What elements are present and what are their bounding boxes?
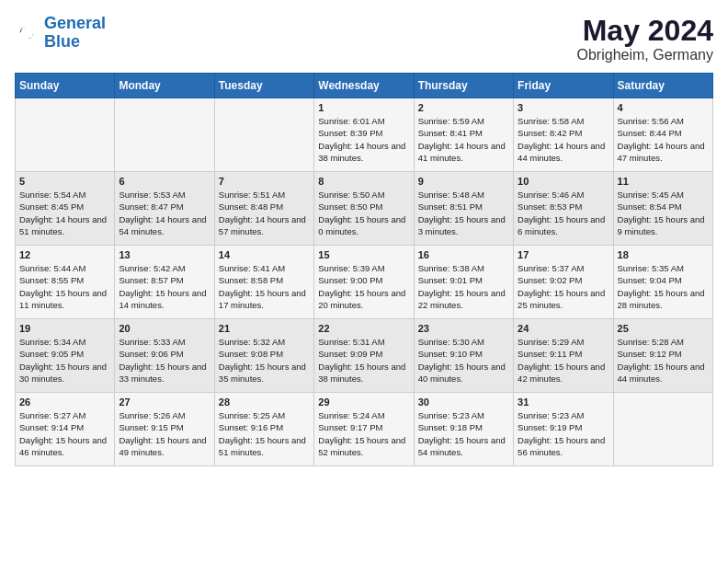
- day-info: Sunrise: 6:01 AMSunset: 8:39 PMDaylight:…: [318, 115, 409, 164]
- day-number: 10: [518, 176, 609, 187]
- day-number: 30: [418, 396, 509, 408]
- day-number: 9: [418, 176, 509, 187]
- day-number: 27: [119, 396, 210, 408]
- day-number: 26: [19, 396, 110, 408]
- calendar-week-row: 1Sunrise: 6:01 AMSunset: 8:39 PMDaylight…: [16, 98, 713, 172]
- header-friday: Friday: [514, 74, 613, 98]
- calendar-cell: 29Sunrise: 5:24 AMSunset: 9:17 PMDayligh…: [314, 393, 414, 466]
- calendar-week-row: 19Sunrise: 5:34 AMSunset: 9:05 PMDayligh…: [16, 319, 713, 393]
- calendar-cell: 4Sunrise: 5:56 AMSunset: 8:44 PMDaylight…: [613, 98, 712, 172]
- calendar-cell: 20Sunrise: 5:33 AMSunset: 9:06 PMDayligh…: [115, 319, 214, 393]
- day-info: Sunrise: 5:32 AMSunset: 9:08 PMDaylight:…: [219, 336, 310, 385]
- day-number: 25: [618, 323, 709, 334]
- calendar-cell: 7Sunrise: 5:51 AMSunset: 8:48 PMDaylight…: [214, 172, 313, 246]
- day-info: Sunrise: 5:33 AMSunset: 9:06 PMDaylight:…: [119, 336, 210, 385]
- month-year-title: May 2024: [577, 15, 714, 47]
- day-info: Sunrise: 5:58 AMSunset: 8:42 PMDaylight:…: [518, 115, 609, 164]
- calendar-cell: 16Sunrise: 5:38 AMSunset: 9:01 PMDayligh…: [414, 246, 513, 319]
- day-number: 5: [19, 176, 110, 187]
- header-monday: Monday: [115, 74, 214, 98]
- day-info: Sunrise: 5:56 AMSunset: 8:44 PMDaylight:…: [618, 115, 709, 164]
- header-saturday: Saturday: [613, 74, 712, 98]
- day-info: Sunrise: 5:24 AMSunset: 9:17 PMDaylight:…: [318, 409, 409, 458]
- header-wednesday: Wednesday: [314, 74, 414, 98]
- day-number: 29: [318, 396, 409, 408]
- calendar-cell: 2Sunrise: 5:59 AMSunset: 8:41 PMDaylight…: [414, 98, 513, 172]
- day-number: 7: [219, 176, 310, 187]
- calendar-cell: 10Sunrise: 5:46 AMSunset: 8:53 PMDayligh…: [514, 172, 613, 246]
- day-number: 31: [518, 396, 609, 408]
- day-number: 13: [119, 249, 210, 260]
- day-number: 12: [19, 249, 110, 260]
- calendar-cell: [115, 98, 214, 172]
- header-thursday: Thursday: [414, 74, 513, 98]
- calendar-cell: 14Sunrise: 5:41 AMSunset: 8:58 PMDayligh…: [214, 246, 313, 319]
- day-info: Sunrise: 5:31 AMSunset: 9:09 PMDaylight:…: [318, 336, 409, 385]
- calendar-cell: 18Sunrise: 5:35 AMSunset: 9:04 PMDayligh…: [613, 246, 712, 319]
- day-info: Sunrise: 5:59 AMSunset: 8:41 PMDaylight:…: [418, 115, 509, 164]
- day-number: 19: [19, 323, 110, 334]
- calendar-cell: 27Sunrise: 5:26 AMSunset: 9:15 PMDayligh…: [115, 393, 214, 466]
- title-block: May 2024 Obrigheim, Germany: [577, 15, 714, 63]
- day-info: Sunrise: 5:42 AMSunset: 8:57 PMDaylight:…: [119, 262, 210, 311]
- calendar-cell: [613, 393, 712, 466]
- calendar-cell: 24Sunrise: 5:29 AMSunset: 9:11 PMDayligh…: [514, 319, 613, 393]
- day-info: Sunrise: 5:54 AMSunset: 8:45 PMDaylight:…: [19, 189, 110, 237]
- logo-icon: [15, 20, 40, 46]
- calendar-cell: [16, 98, 115, 172]
- day-info: Sunrise: 5:25 AMSunset: 9:16 PMDaylight:…: [219, 409, 310, 458]
- day-number: 24: [518, 323, 609, 334]
- day-number: 15: [318, 249, 409, 260]
- calendar-week-row: 5Sunrise: 5:54 AMSunset: 8:45 PMDaylight…: [16, 172, 713, 246]
- calendar-cell: 30Sunrise: 5:23 AMSunset: 9:18 PMDayligh…: [414, 393, 513, 466]
- day-info: Sunrise: 5:45 AMSunset: 8:54 PMDaylight:…: [618, 189, 709, 237]
- day-info: Sunrise: 5:37 AMSunset: 9:02 PMDaylight:…: [518, 262, 609, 311]
- day-number: 3: [518, 102, 609, 113]
- day-info: Sunrise: 5:28 AMSunset: 9:12 PMDaylight:…: [618, 336, 709, 385]
- calendar-table: SundayMondayTuesdayWednesdayThursdayFrid…: [15, 73, 713, 466]
- day-number: 22: [318, 323, 409, 334]
- calendar-cell: 23Sunrise: 5:30 AMSunset: 9:10 PMDayligh…: [414, 319, 513, 393]
- calendar-header-row: SundayMondayTuesdayWednesdayThursdayFrid…: [16, 74, 713, 98]
- calendar-cell: 25Sunrise: 5:28 AMSunset: 9:12 PMDayligh…: [613, 319, 712, 393]
- day-info: Sunrise: 5:30 AMSunset: 9:10 PMDaylight:…: [418, 336, 509, 385]
- day-info: Sunrise: 5:48 AMSunset: 8:51 PMDaylight:…: [418, 189, 509, 237]
- day-number: 23: [418, 323, 509, 334]
- day-info: Sunrise: 5:29 AMSunset: 9:11 PMDaylight:…: [518, 336, 609, 385]
- day-number: 17: [518, 249, 609, 260]
- calendar-cell: 19Sunrise: 5:34 AMSunset: 9:05 PMDayligh…: [16, 319, 115, 393]
- calendar-cell: 21Sunrise: 5:32 AMSunset: 9:08 PMDayligh…: [214, 319, 313, 393]
- location-subtitle: Obrigheim, Germany: [577, 47, 714, 63]
- day-number: 16: [418, 249, 509, 260]
- day-info: Sunrise: 5:50 AMSunset: 8:50 PMDaylight:…: [318, 189, 409, 237]
- day-number: 18: [618, 249, 709, 260]
- page-header: General Blue May 2024 Obrigheim, Germany: [15, 15, 713, 63]
- logo-text: General Blue: [44, 15, 106, 52]
- day-info: Sunrise: 5:41 AMSunset: 8:58 PMDaylight:…: [219, 262, 310, 311]
- day-number: 14: [219, 249, 310, 260]
- calendar-cell: 1Sunrise: 6:01 AMSunset: 8:39 PMDaylight…: [314, 98, 414, 172]
- calendar-cell: 11Sunrise: 5:45 AMSunset: 8:54 PMDayligh…: [613, 172, 712, 246]
- day-info: Sunrise: 5:34 AMSunset: 9:05 PMDaylight:…: [19, 336, 110, 385]
- calendar-cell: 8Sunrise: 5:50 AMSunset: 8:50 PMDaylight…: [314, 172, 414, 246]
- day-number: 20: [119, 323, 210, 334]
- calendar-cell: 5Sunrise: 5:54 AMSunset: 8:45 PMDaylight…: [16, 172, 115, 246]
- calendar-cell: 22Sunrise: 5:31 AMSunset: 9:09 PMDayligh…: [314, 319, 414, 393]
- day-info: Sunrise: 5:51 AMSunset: 8:48 PMDaylight:…: [219, 189, 310, 237]
- day-info: Sunrise: 5:27 AMSunset: 9:14 PMDaylight:…: [19, 409, 110, 458]
- day-number: 6: [119, 176, 210, 187]
- logo: General Blue: [15, 15, 106, 52]
- day-info: Sunrise: 5:44 AMSunset: 8:55 PMDaylight:…: [19, 262, 110, 311]
- calendar-cell: [214, 98, 313, 172]
- day-info: Sunrise: 5:35 AMSunset: 9:04 PMDaylight:…: [618, 262, 709, 311]
- header-tuesday: Tuesday: [214, 74, 313, 98]
- day-number: 4: [618, 102, 709, 113]
- header-sunday: Sunday: [16, 74, 115, 98]
- calendar-cell: 26Sunrise: 5:27 AMSunset: 9:14 PMDayligh…: [16, 393, 115, 466]
- calendar-cell: 9Sunrise: 5:48 AMSunset: 8:51 PMDaylight…: [414, 172, 513, 246]
- calendar-cell: 15Sunrise: 5:39 AMSunset: 9:00 PMDayligh…: [314, 246, 414, 319]
- day-number: 8: [318, 176, 409, 187]
- calendar-cell: 31Sunrise: 5:23 AMSunset: 9:19 PMDayligh…: [514, 393, 613, 466]
- day-number: 11: [618, 176, 709, 187]
- calendar-cell: 13Sunrise: 5:42 AMSunset: 8:57 PMDayligh…: [115, 246, 214, 319]
